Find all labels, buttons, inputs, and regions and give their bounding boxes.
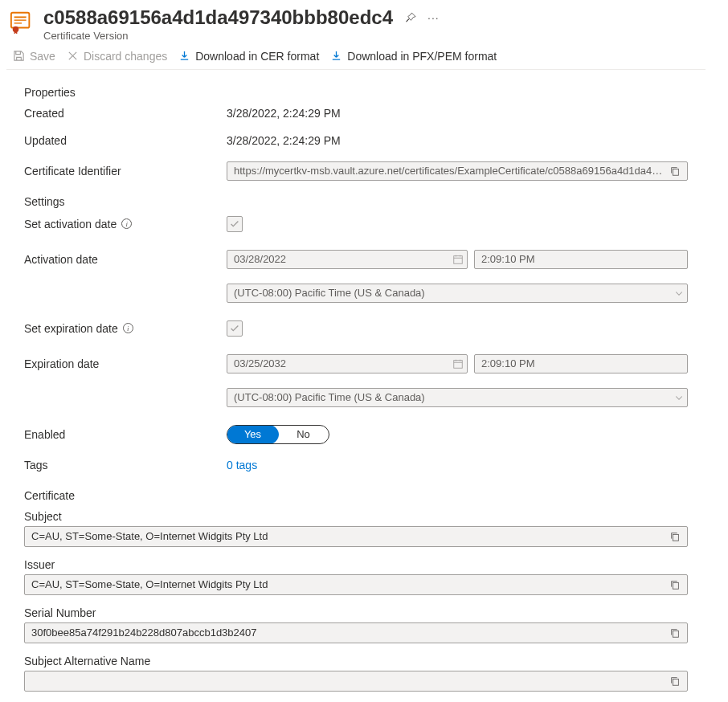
- set-activation-date-checkbox: [227, 216, 243, 232]
- activation-date-input: 03/28/2022: [227, 250, 468, 269]
- copy-subject-button[interactable]: [666, 528, 684, 545]
- certificate-section-title: Certificate: [24, 489, 688, 502]
- svg-rect-7: [454, 360, 463, 368]
- discard-button: Discard changes: [67, 50, 167, 63]
- chevron-down-icon: [674, 288, 684, 298]
- activation-time-input: 2:09:10 PM: [474, 250, 688, 269]
- san-label: Subject Alternative Name: [24, 655, 688, 667]
- page-header: c0588a69156a4d1da497340bbb80edc4 Certifi…: [6, 0, 706, 45]
- command-bar: Save Discard changes Download in CER for…: [6, 45, 706, 70]
- copy-issuer-button[interactable]: [666, 576, 684, 594]
- expiration-date-label: Expiration date: [24, 357, 227, 370]
- page-subtitle: Certificate Version: [43, 30, 393, 42]
- page-title: c0588a69156a4d1da497340bbb80edc4: [43, 6, 393, 30]
- enabled-toggle-yes[interactable]: Yes: [227, 425, 279, 444]
- set-expiration-date-checkbox: [227, 320, 243, 337]
- copy-identifier-button[interactable]: [666, 162, 684, 180]
- set-activation-date-label: Set activation date i: [24, 218, 227, 231]
- subject-label: Subject: [24, 510, 688, 523]
- updated-value: 3/28/2022, 2:24:29 PM: [227, 134, 341, 147]
- activation-date-label: Activation date: [24, 253, 227, 266]
- enabled-toggle-no[interactable]: No: [278, 426, 329, 443]
- tags-link[interactable]: 0 tags: [227, 459, 257, 471]
- issuer-value: C=AU, ST=Some-State, O=Internet Widgits …: [31, 578, 666, 590]
- svg-rect-5: [673, 169, 678, 175]
- san-field: [24, 671, 688, 692]
- svg-rect-6: [454, 255, 463, 263]
- enabled-label: Enabled: [24, 428, 227, 441]
- svg-rect-8: [673, 534, 678, 541]
- svg-rect-9: [673, 582, 678, 589]
- chevron-down-icon: [674, 393, 684, 402]
- copy-san-button[interactable]: [666, 672, 684, 690]
- subject-value: C=AU, ST=Some-State, O=Internet Widgits …: [31, 530, 666, 542]
- set-expiration-date-label: Set expiration date i: [24, 322, 227, 335]
- created-label: Created: [24, 107, 227, 120]
- pin-icon[interactable]: [404, 12, 416, 24]
- issuer-field: C=AU, ST=Some-State, O=Internet Widgits …: [24, 574, 688, 595]
- info-icon[interactable]: i: [123, 323, 133, 333]
- properties-section-title: Properties: [24, 86, 688, 99]
- download-cer-button[interactable]: Download in CER format: [178, 50, 319, 63]
- calendar-icon: [452, 358, 464, 369]
- certificate-icon: [10, 10, 34, 34]
- settings-section-title: Settings: [24, 195, 688, 208]
- save-button: Save: [13, 50, 55, 63]
- copy-serial-button[interactable]: [666, 624, 684, 642]
- calendar-icon: [452, 254, 464, 265]
- expiration-time-input: 2:09:10 PM: [474, 354, 688, 373]
- identifier-field: https://mycertkv-msb.vault.azure.net/cer…: [227, 161, 688, 181]
- identifier-label: Certificate Identifier: [24, 165, 227, 178]
- activation-timezone-select: (UTC-08:00) Pacific Time (US & Canada): [227, 284, 688, 303]
- serial-value: 30f0bee85a74f291b24b228d807abccb1d3b2407: [31, 626, 666, 639]
- subject-field: C=AU, ST=Some-State, O=Internet Widgits …: [24, 526, 688, 547]
- expiration-date-input: 03/25/2032: [227, 354, 468, 373]
- serial-field: 30f0bee85a74f291b24b228d807abccb1d3b2407: [24, 622, 688, 643]
- serial-label: Serial Number: [24, 606, 688, 619]
- download-pfx-button[interactable]: Download in PFX/PEM format: [330, 50, 497, 63]
- info-icon[interactable]: i: [121, 218, 132, 229]
- content-area: Properties Created 3/28/2022, 2:24:29 PM…: [6, 70, 706, 702]
- svg-rect-10: [673, 631, 678, 637]
- expiration-timezone-select: (UTC-08:00) Pacific Time (US & Canada): [227, 388, 688, 407]
- created-value: 3/28/2022, 2:24:29 PM: [227, 107, 341, 120]
- more-icon[interactable]: ···: [427, 11, 440, 24]
- identifier-value: https://mycertkv-msb.vault.azure.net/cer…: [234, 165, 666, 177]
- enabled-toggle[interactable]: Yes No: [227, 425, 329, 444]
- svg-rect-11: [673, 679, 678, 685]
- issuer-label: Issuer: [24, 558, 688, 571]
- tags-label: Tags: [24, 459, 227, 471]
- updated-label: Updated: [24, 134, 227, 147]
